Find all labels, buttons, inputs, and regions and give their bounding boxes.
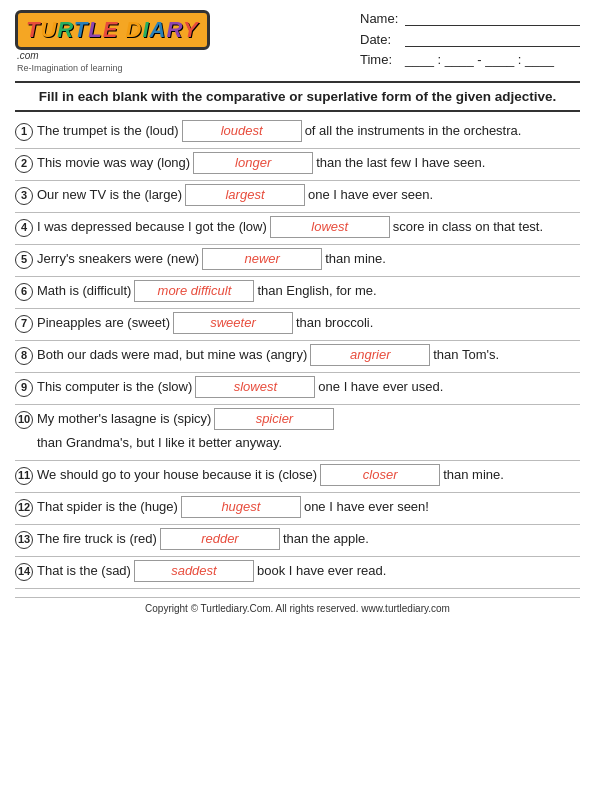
question-before-text: Math is (difficult) [37, 281, 131, 302]
question-text: My mother's lasagne is (spicy) spicier t… [37, 408, 580, 454]
answer-box[interactable]: angrier [310, 344, 430, 366]
question-number: 8 [15, 347, 37, 365]
answer-box[interactable]: hugest [181, 496, 301, 518]
logo-com: .com [17, 50, 39, 61]
question-before-text: That is the (sad) [37, 561, 131, 582]
logo-text: TURTLE DIARY [26, 17, 199, 42]
logo-box: TURTLE DIARY [15, 10, 210, 50]
answer-box[interactable]: slowest [195, 376, 315, 398]
question-text: Math is (difficult) more difficult than … [37, 280, 580, 302]
question-divider [15, 372, 580, 373]
question-divider [15, 404, 580, 405]
question-number: 11 [15, 467, 37, 485]
question-row: 7Pineapples are (sweet) sweeter than bro… [15, 312, 580, 334]
question-divider [15, 340, 580, 341]
question-number: 7 [15, 315, 37, 333]
question-number-circle: 12 [15, 499, 33, 517]
answer-box[interactable]: redder [160, 528, 280, 550]
answer-box[interactable]: closer [320, 464, 440, 486]
question-number-circle: 11 [15, 467, 33, 485]
question-row: 2This movie was way (long) longer than t… [15, 152, 580, 174]
question-number-circle: 4 [15, 219, 33, 237]
question-row: 1The trumpet is the (loud) loudest of al… [15, 120, 580, 142]
question-text: We should go to your house because it is… [37, 464, 580, 486]
question-after-text: score in class on that test. [393, 217, 543, 238]
question-number: 13 [15, 531, 37, 549]
answer-box[interactable]: newer [202, 248, 322, 270]
question-number: 1 [15, 123, 37, 141]
question-number-circle: 13 [15, 531, 33, 549]
question-number: 9 [15, 379, 37, 397]
questions-container: 1The trumpet is the (loud) loudest of al… [15, 120, 580, 589]
question-row: 8Both our dads were mad, but mine was (a… [15, 344, 580, 366]
question-number-circle: 1 [15, 123, 33, 141]
question-after-text: than the last few I have seen. [316, 153, 485, 174]
footer: Copyright © Turtlediary.Com. All rights … [15, 597, 580, 614]
date-label: Date: [360, 32, 400, 47]
question-number: 6 [15, 283, 37, 301]
question-divider [15, 556, 580, 557]
answer-box[interactable]: lowest [270, 216, 390, 238]
question-divider [15, 244, 580, 245]
question-row: 4I was depressed because I got the (low)… [15, 216, 580, 238]
page: TURTLE DIARY .com Re-Imagination of lear… [0, 0, 595, 800]
date-line: Date: [360, 31, 580, 47]
question-divider [15, 524, 580, 525]
question-number-circle: 2 [15, 155, 33, 173]
question-row: 14That is the (sad) saddest book I have … [15, 560, 580, 582]
question-after-text: one I have ever seen! [304, 497, 429, 518]
name-line: Name: [360, 10, 580, 26]
question-row: 9This computer is the (slow) slowest one… [15, 376, 580, 398]
question-divider [15, 588, 580, 589]
answer-box[interactable]: largest [185, 184, 305, 206]
question-text: That is the (sad) saddest book I have ev… [37, 560, 580, 582]
answer-box[interactable]: sweeter [173, 312, 293, 334]
header: TURTLE DIARY .com Re-Imagination of lear… [15, 10, 580, 73]
question-row: 10My mother's lasagne is (spicy) spicier… [15, 408, 580, 454]
question-number: 5 [15, 251, 37, 269]
question-divider [15, 460, 580, 461]
question-after-text: one I have ever seen. [308, 185, 433, 206]
answer-box[interactable]: loudest [182, 120, 302, 142]
question-divider [15, 308, 580, 309]
question-number-circle: 5 [15, 251, 33, 269]
question-after-text: than Grandma's, but I like it better any… [37, 433, 282, 454]
question-before-text: Both our dads were mad, but mine was (an… [37, 345, 307, 366]
question-text: The trumpet is the (loud) loudest of all… [37, 120, 580, 142]
question-text: That spider is the (huge) hugest one I h… [37, 496, 580, 518]
question-before-text: We should go to your house because it is… [37, 465, 317, 486]
question-before-text: The trumpet is the (loud) [37, 121, 179, 142]
question-number-circle: 7 [15, 315, 33, 333]
answer-box[interactable]: spicier [214, 408, 334, 430]
name-label: Name: [360, 11, 400, 26]
question-row: 5Jerry's sneakers were (new) newer than … [15, 248, 580, 270]
answer-box[interactable]: more difficult [134, 280, 254, 302]
question-before-text: That spider is the (huge) [37, 497, 178, 518]
question-number-circle: 14 [15, 563, 33, 581]
answer-box[interactable]: longer [193, 152, 313, 174]
question-after-text: book I have ever read. [257, 561, 386, 582]
question-text: The fire truck is (red) redder than the … [37, 528, 580, 550]
question-text: Jerry's sneakers were (new) newer than m… [37, 248, 580, 270]
logo-tagline: Re-Imagination of learning [17, 63, 123, 73]
question-text: Both our dads were mad, but mine was (an… [37, 344, 580, 366]
time-line: Time: ____ : ____ - ____ : ____ [360, 52, 580, 67]
question-after-text: than English, for me. [257, 281, 376, 302]
question-after-text: than mine. [325, 249, 386, 270]
question-number-circle: 9 [15, 379, 33, 397]
question-number-circle: 3 [15, 187, 33, 205]
question-before-text: Jerry's sneakers were (new) [37, 249, 199, 270]
question-after-text: of all the instruments in the orchestra. [305, 121, 522, 142]
question-divider [15, 148, 580, 149]
question-text: This movie was way (long) longer than th… [37, 152, 580, 174]
time-format: ____ : ____ - ____ : ____ [405, 52, 554, 67]
question-number: 14 [15, 563, 37, 581]
question-before-text: This movie was way (long) [37, 153, 190, 174]
question-before-text: I was depressed because I got the (low) [37, 217, 267, 238]
answer-box[interactable]: saddest [134, 560, 254, 582]
question-after-text: than the apple. [283, 529, 369, 550]
question-number: 12 [15, 499, 37, 517]
logo-area: TURTLE DIARY .com Re-Imagination of lear… [15, 10, 210, 73]
question-divider [15, 180, 580, 181]
question-number: 4 [15, 219, 37, 237]
